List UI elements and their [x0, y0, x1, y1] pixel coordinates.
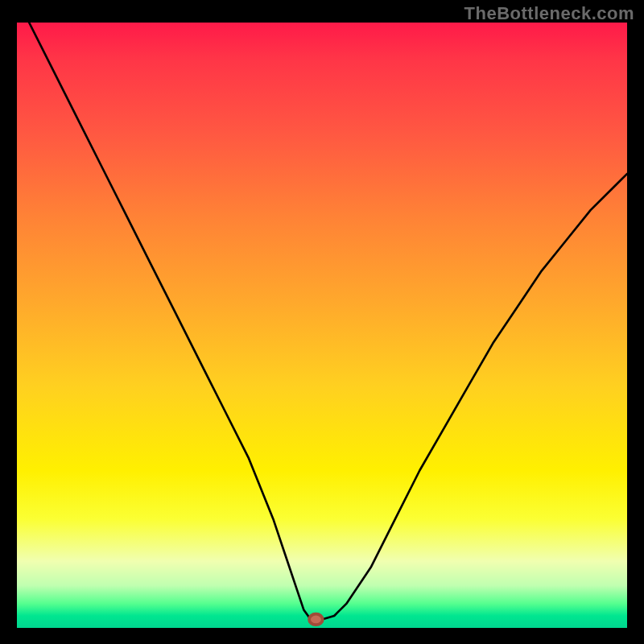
watermark-label: TheBottleneck.com [464, 3, 634, 24]
bottleneck-curve [29, 23, 627, 619]
marker-dot [309, 614, 323, 625]
plot-area [17, 23, 627, 628]
chart-frame: TheBottleneck.com [0, 0, 644, 644]
bottleneck-curve-svg [17, 23, 627, 628]
